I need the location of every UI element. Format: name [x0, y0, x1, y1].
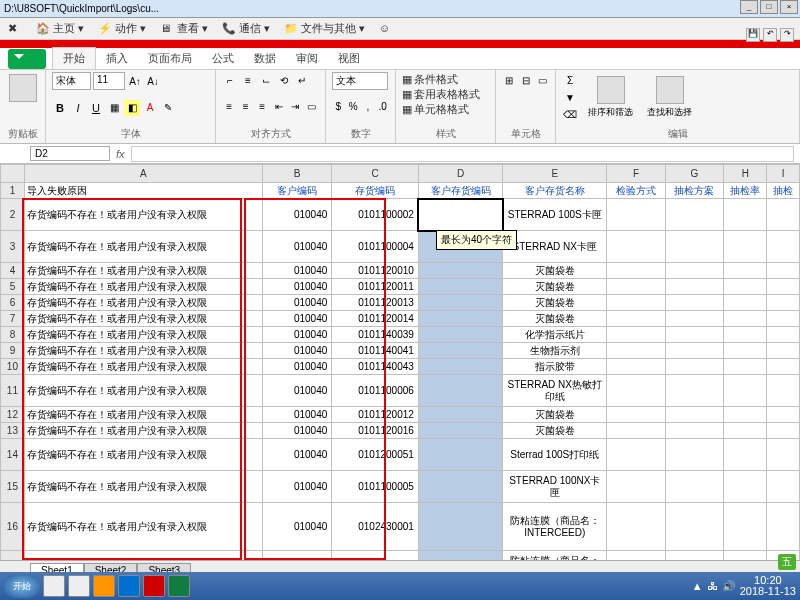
- cell[interactable]: [767, 343, 800, 359]
- cell[interactable]: [767, 407, 800, 423]
- row-1[interactable]: 1: [1, 183, 25, 199]
- cell-format[interactable]: ▦ 单元格格式: [402, 102, 489, 117]
- cell-cust[interactable]: 010040: [262, 439, 331, 471]
- qat-undo[interactable]: ↶: [763, 28, 777, 42]
- font-color[interactable]: A: [142, 100, 158, 116]
- cell-reason[interactable]: 存货编码不存在！或者用户没有录入权限: [24, 407, 262, 423]
- cell-cust[interactable]: 010040: [262, 343, 331, 359]
- row-head[interactable]: 6: [1, 295, 25, 311]
- clock[interactable]: 10:20 2018-11-13: [740, 575, 796, 597]
- hdr-g[interactable]: 抽检方案: [665, 183, 723, 199]
- cell-cust[interactable]: 010040: [262, 295, 331, 311]
- cell-reason[interactable]: 存货编码不存在！或者用户没有录入权限: [24, 327, 262, 343]
- cell[interactable]: [724, 343, 767, 359]
- hdr-reason[interactable]: 导入失败原因: [24, 183, 262, 199]
- align-right[interactable]: ≡: [255, 99, 270, 115]
- tray-vol[interactable]: 🔊: [722, 580, 736, 593]
- row-head[interactable]: 17: [1, 551, 25, 561]
- wrap[interactable]: ↵: [294, 72, 310, 88]
- number-format[interactable]: 文本: [332, 72, 388, 90]
- row-head[interactable]: 3: [1, 231, 25, 263]
- row-head[interactable]: 5: [1, 279, 25, 295]
- row-head[interactable]: 15: [1, 471, 25, 503]
- cell[interactable]: [724, 231, 767, 263]
- cell[interactable]: [724, 311, 767, 327]
- cell-inv[interactable]: 0101100004: [332, 231, 419, 263]
- tb-close[interactable]: ✖: [8, 22, 22, 36]
- cell[interactable]: [767, 359, 800, 375]
- tab-layout[interactable]: 页面布局: [138, 48, 202, 69]
- cond-format[interactable]: ▦ 条件格式: [402, 72, 489, 87]
- col-G[interactable]: G: [665, 165, 723, 183]
- font-size-select[interactable]: 11: [93, 72, 125, 90]
- tray-net[interactable]: 🖧: [707, 580, 718, 592]
- spreadsheet[interactable]: ABCDEFGHI 1 导入失败原因 客户编码 存货编码 客户存货编码 客户存货…: [0, 164, 800, 560]
- cell[interactable]: [724, 263, 767, 279]
- tb-action[interactable]: ⚡动作 ▾: [98, 21, 146, 36]
- cell-inv[interactable]: 0101120010: [332, 263, 419, 279]
- cell[interactable]: [665, 359, 723, 375]
- fill[interactable]: ▼: [562, 89, 578, 105]
- cell[interactable]: [724, 375, 767, 407]
- row-head[interactable]: 7: [1, 311, 25, 327]
- maximize-button[interactable]: □: [760, 0, 778, 14]
- cell-name[interactable]: 化学指示纸片: [503, 327, 607, 343]
- close-button[interactable]: ×: [780, 0, 798, 14]
- cell-name[interactable]: 灭菌袋卷: [503, 263, 607, 279]
- cell-reason[interactable]: 存货编码不存在！或者用户没有录入权限: [24, 359, 262, 375]
- cell-cust[interactable]: 010040: [262, 407, 331, 423]
- font-name-select[interactable]: 宋体: [52, 72, 91, 90]
- cell-cust[interactable]: 010040: [262, 327, 331, 343]
- col-B[interactable]: B: [262, 165, 331, 183]
- select-all[interactable]: [1, 165, 25, 183]
- grow-font[interactable]: A↑: [127, 73, 143, 89]
- shrink-font[interactable]: A↓: [145, 73, 161, 89]
- bold-button[interactable]: B: [52, 100, 68, 116]
- cell[interactable]: [724, 423, 767, 439]
- cell[interactable]: [607, 295, 665, 311]
- cell[interactable]: [767, 503, 800, 551]
- cell-reason[interactable]: 存货编码不存在！或者用户没有录入权限: [24, 375, 262, 407]
- tb-smile[interactable]: ☺: [379, 22, 393, 36]
- cell-reason[interactable]: 存货编码不存在！或者用户没有录入权限: [24, 343, 262, 359]
- cell-name[interactable]: 防粘连膜（商品名：INTERCEED): [503, 503, 607, 551]
- cell-cust[interactable]: 010040: [262, 375, 331, 407]
- row-head[interactable]: 8: [1, 327, 25, 343]
- cell-name[interactable]: 生物指示剂: [503, 343, 607, 359]
- cell-inv[interactable]: 0101120013: [332, 295, 419, 311]
- cell-reason[interactable]: 存货编码不存在！或者用户没有录入权限: [24, 231, 262, 263]
- task-explorer[interactable]: [68, 575, 90, 597]
- align-bot[interactable]: ⌙: [258, 72, 274, 88]
- cell[interactable]: [665, 471, 723, 503]
- sort-filter[interactable]: 排序和筛选: [584, 74, 637, 121]
- cell[interactable]: [724, 551, 767, 561]
- cell[interactable]: [607, 279, 665, 295]
- cell[interactable]: [607, 439, 665, 471]
- align-top[interactable]: ⌐: [222, 72, 238, 88]
- cell-cust[interactable]: 010040: [262, 231, 331, 263]
- cell[interactable]: [767, 295, 800, 311]
- cell-cust[interactable]: 010040: [262, 311, 331, 327]
- cell-name[interactable]: 灭菌袋卷: [503, 279, 607, 295]
- hdr-i[interactable]: 抽检: [767, 183, 800, 199]
- cell[interactable]: [607, 503, 665, 551]
- inc-dec[interactable]: .0: [376, 99, 389, 115]
- cell-custinv[interactable]: [418, 359, 502, 375]
- cell[interactable]: [665, 343, 723, 359]
- indent-dec[interactable]: ⇤: [272, 99, 287, 115]
- task-firefox[interactable]: [93, 575, 115, 597]
- hdr-f[interactable]: 检验方式: [607, 183, 665, 199]
- cell[interactable]: [607, 231, 665, 263]
- cell-custinv[interactable]: [418, 263, 502, 279]
- cell[interactable]: [724, 503, 767, 551]
- orient[interactable]: ⟲: [276, 72, 292, 88]
- hdr-h[interactable]: 抽检率: [724, 183, 767, 199]
- cell[interactable]: [607, 327, 665, 343]
- cell-custinv[interactable]: [418, 439, 502, 471]
- row-head[interactable]: 14: [1, 439, 25, 471]
- comma[interactable]: ,: [362, 99, 375, 115]
- cell-name[interactable]: STERRAD 100S卡匣: [503, 199, 607, 231]
- name-box[interactable]: D2: [30, 146, 110, 161]
- cell-cust[interactable]: 010040: [262, 199, 331, 231]
- cell-inv[interactable]: 0101140043: [332, 359, 419, 375]
